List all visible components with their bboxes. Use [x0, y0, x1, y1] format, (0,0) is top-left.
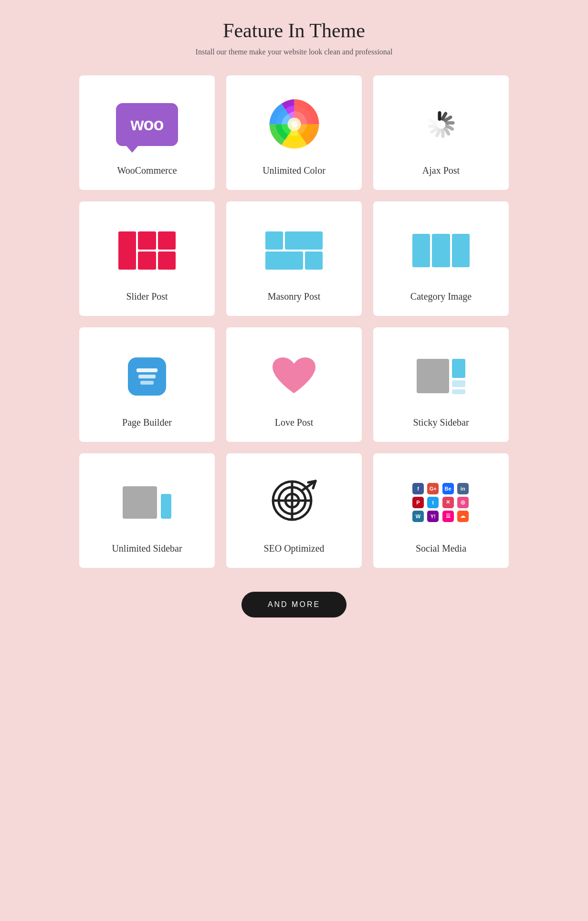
- masonry-post-icon: [261, 220, 327, 282]
- lastfm-icon: ☰: [442, 511, 454, 522]
- page-builder-icon: [114, 345, 180, 408]
- twitter-icon: t: [427, 497, 439, 508]
- svg-point-4: [291, 121, 297, 128]
- feature-label-ajax-post: Ajax Post: [422, 165, 460, 176]
- vk-icon: in: [457, 483, 469, 494]
- slider-post-icon: [114, 220, 180, 282]
- page-header: Feature In Theme Install our theme make …: [196, 19, 393, 56]
- feature-label-love-post: Love Post: [275, 417, 314, 428]
- spinner-icon: [408, 94, 474, 156]
- pinterest-icon: P: [412, 497, 424, 508]
- feature-card-love-post: Love Post: [226, 327, 362, 442]
- feature-card-page-builder: Page Builder: [79, 327, 215, 442]
- woocommerce-icon: woo: [114, 94, 180, 156]
- feature-card-ajax-post: Ajax Post: [373, 75, 509, 190]
- sticky-sidebar-icon: [408, 345, 474, 408]
- feature-label-woocommerce: WooCommerce: [117, 165, 177, 176]
- feature-label-sticky-sidebar: Sticky Sidebar: [413, 417, 469, 428]
- feature-card-category-image: Category Image: [373, 201, 509, 316]
- feature-label-unlimited-color: Unlimited Color: [262, 165, 326, 176]
- category-image-icon: [408, 220, 474, 282]
- feature-label-social-media: Social Media: [416, 543, 466, 554]
- feature-card-sticky-sidebar: Sticky Sidebar: [373, 327, 509, 442]
- heart-icon: [261, 345, 327, 408]
- page-subtitle: Install our theme make your website look…: [196, 48, 393, 56]
- feature-label-category-image: Category Image: [410, 291, 472, 302]
- feature-card-seo-optimized: SEO Optimized: [226, 453, 362, 568]
- seo-icon: [261, 471, 327, 534]
- feature-label-masonry-post: Masonry Post: [268, 291, 321, 302]
- dribbble-icon: ◎: [457, 497, 469, 508]
- yahoo-icon: Y!: [427, 511, 439, 522]
- social-media-icon: f G+ Be in P t ✕ ◎ W Y! ☰ ☁: [408, 471, 474, 534]
- feature-card-masonry-post: Masonry Post: [226, 201, 362, 316]
- feature-label-unlimited-sidebar: Unlimited Sidebar: [112, 543, 182, 554]
- feature-label-slider-post: Slider Post: [126, 291, 168, 302]
- soundcloud-icon: ☁: [457, 511, 469, 522]
- and-more-button[interactable]: AND MORE: [242, 592, 346, 617]
- behance-icon: Be: [442, 483, 454, 494]
- feature-card-unlimited-sidebar: Unlimited Sidebar: [79, 453, 215, 568]
- facebook-icon: f: [412, 483, 424, 494]
- features-grid: woo WooCommerce: [79, 75, 509, 568]
- wordpress-icon: W: [412, 511, 424, 522]
- flickr-icon: ✕: [442, 497, 454, 508]
- color-wheel-svg: [267, 97, 322, 152]
- feature-card-unlimited-color: Unlimited Color: [226, 75, 362, 190]
- google-plus-icon: G+: [427, 483, 439, 494]
- feature-card-woocommerce: woo WooCommerce: [79, 75, 215, 190]
- woo-logo: woo: [116, 103, 178, 146]
- feature-card-slider-post: Slider Post: [79, 201, 215, 316]
- feature-card-social-media: f G+ Be in P t ✕ ◎ W Y! ☰ ☁ Social Media: [373, 453, 509, 568]
- feature-label-page-builder: Page Builder: [122, 417, 172, 428]
- feature-label-seo-optimized: SEO Optimized: [263, 543, 324, 554]
- color-wheel-icon: [261, 94, 327, 156]
- page-title: Feature In Theme: [196, 19, 393, 42]
- unlimited-sidebar-icon: [114, 471, 180, 534]
